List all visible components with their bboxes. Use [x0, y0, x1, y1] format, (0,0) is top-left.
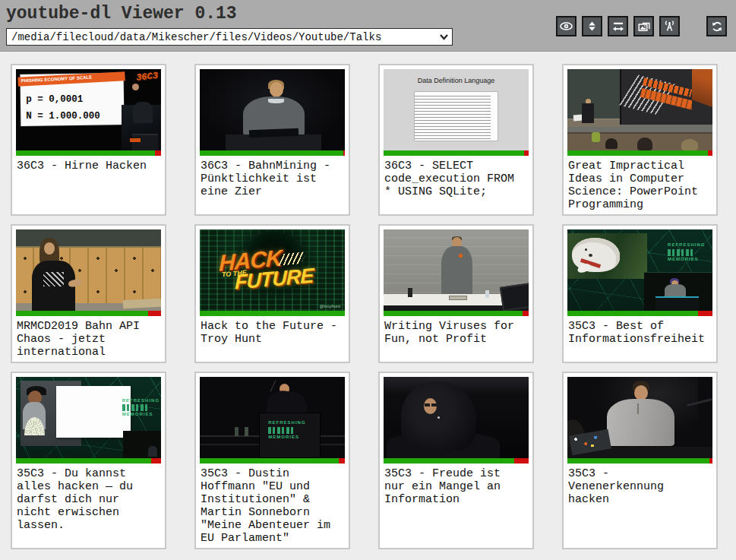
video-thumbnail[interactable]	[384, 377, 529, 458]
video-title: Hack to the Future - Troy Hunt	[196, 316, 349, 349]
video-title: Great Impractical Ideas in Computer Scie…	[564, 156, 716, 214]
video-card[interactable]: REFRESHING MEMORIES 35C3 - Du kannst all…	[11, 372, 166, 549]
path-select[interactable]: /media/filecloud/data/Mikescher/files/Vi…	[6, 28, 453, 46]
thumbnail-mode-button[interactable]	[633, 16, 654, 36]
video-title: 35C3 - Freude ist nur ein Mangel an Info…	[380, 464, 532, 509]
up-down-arrows-icon	[586, 20, 599, 33]
watch-progress-bar	[16, 150, 161, 156]
video-title: 35C3 - Dustin Hoffmann "EU und Instituti…	[196, 464, 349, 548]
credit-text: @troyhunt	[320, 304, 341, 308]
code-block-graphic	[414, 91, 498, 141]
reload-button[interactable]	[706, 16, 727, 36]
video-title: 36C3 - Hirne Hacken	[12, 156, 165, 176]
video-thumbnail[interactable]: REFRESHING MEMORIES	[567, 229, 712, 311]
podium: REFRESHING MEMORIES	[259, 413, 320, 458]
conference-logo: 36C3	[136, 71, 159, 84]
video-card[interactable]: 36C3 - BahnMining - Pünktlichkeit ist ei…	[194, 64, 350, 216]
video-title: 35C3 - Du kannst alles hacken — du darfs…	[12, 464, 165, 535]
video-card[interactable]: Great Impractical Ideas in Computer Scie…	[562, 64, 718, 216]
card-width-button[interactable]	[608, 16, 628, 36]
path-bar: /media/filecloud/data/Mikescher/files/Vi…	[6, 28, 453, 46]
slide-stats-text: p = 0,0001N = 1.000.000	[26, 92, 100, 125]
video-mode-button[interactable]	[659, 16, 680, 36]
watch-progress-bar	[567, 311, 712, 316]
chalkboard	[16, 229, 161, 248]
video-card[interactable]: REFRESHING MEMORIES 35C3 - Best of Infor…	[562, 224, 718, 363]
slide-banner-text: PHISHING ECONOMY OF SCALE	[17, 72, 125, 87]
stage-inset	[123, 431, 161, 458]
video-title: 35C3 - Venenerkennung hacken	[564, 464, 716, 509]
speaker-figure	[634, 385, 648, 400]
video-card[interactable]: HACK TO THE FUTURE @troyhunt Hack to the…	[194, 224, 350, 363]
video-title: Writing Viruses for Fun, not Profit	[380, 316, 532, 349]
video-card[interactable]: 35C3 - Freude ist nur ein Mangel an Info…	[378, 372, 534, 549]
watch-progress-bar	[200, 458, 345, 464]
eye-icon	[559, 19, 573, 33]
video-card[interactable]: MRMCD2019 Bahn API Chaos - jetzt interna…	[11, 224, 166, 363]
app-header: youtube-dl Viewer 0.13 /media/filecloud/…	[0, 0, 736, 52]
video-thumbnail[interactable]: REFRESHING MEMORIES	[16, 377, 161, 458]
refresh-icon	[710, 20, 724, 33]
video-card[interactable]: Writing Viruses for Fun, not Profit	[378, 224, 534, 363]
refreshing-memories-logo: REFRESHING MEMORIES	[122, 398, 160, 418]
video-thumbnail[interactable]: PHISHING ECONOMY OF SCALE p = 0,0001N = …	[16, 69, 161, 150]
watch-progress-bar	[16, 311, 161, 316]
watch-progress-bar	[200, 311, 345, 316]
watch-progress-bar	[16, 458, 161, 464]
podium	[226, 134, 321, 150]
watch-progress-bar	[384, 150, 529, 156]
video-thumbnail[interactable]	[567, 69, 712, 150]
video-card[interactable]: REFRESHING MEMORIES 35C3 - Dustin Hoffma…	[194, 372, 350, 549]
video-card[interactable]: Data Definition Language 36C3 - SELECT c…	[378, 64, 534, 216]
video-grid: PHISHING ECONOMY OF SCALE p = 0,0001N = …	[11, 64, 725, 549]
glasses	[425, 403, 437, 407]
watch-progress-bar	[567, 150, 712, 156]
blank-slide	[56, 386, 130, 438]
video-card[interactable]: PHISHING ECONOMY OF SCALE p = 0,0001N = …	[11, 64, 166, 216]
video-title: 36C3 - SELECT code_execution FROM * USIN…	[380, 156, 532, 201]
video-thumbnail[interactable]	[567, 377, 712, 458]
stage-inset	[644, 272, 712, 311]
watch-progress-bar	[200, 150, 345, 156]
slide-title-text: Data Definition Language	[384, 77, 529, 84]
dog-photo-inset	[567, 233, 647, 279]
video-thumbnail[interactable]	[200, 69, 345, 150]
monitor	[500, 283, 529, 311]
video-thumbnail[interactable]: HACK TO THE FUTURE @troyhunt	[200, 229, 345, 311]
refreshing-memories-logo: REFRESHING MEMORIES	[268, 420, 305, 440]
video-thumbnail[interactable]	[16, 229, 161, 311]
video-title: 35C3 - Best of Informationsfreiheit	[564, 316, 716, 349]
video-thumbnail[interactable]: REFRESHING MEMORIES	[200, 377, 345, 458]
sort-order-button[interactable]	[582, 16, 602, 36]
toolbar	[556, 16, 727, 36]
watch-progress-bar	[384, 458, 529, 464]
refreshing-memories-logo: REFRESHING MEMORIES	[668, 242, 705, 262]
video-thumbnail[interactable]: Data Definition Language	[384, 69, 529, 150]
video-grid-area: PHISHING ECONOMY OF SCALE p = 0,0001N = …	[0, 52, 736, 549]
image-icon	[637, 20, 651, 33]
toolbar-spacer	[685, 26, 701, 27]
video-title: MRMCD2019 Bahn API Chaos - jetzt interna…	[12, 316, 165, 362]
speaker-figure	[132, 84, 139, 90]
antenna-icon	[662, 19, 677, 33]
video-title: 36C3 - BahnMining - Pünktlichkeit ist ei…	[196, 156, 349, 201]
watch-progress-bar	[567, 458, 712, 464]
audience-heads	[605, 138, 618, 149]
width-arrows-icon	[611, 20, 625, 33]
video-thumbnail[interactable]	[384, 229, 529, 311]
video-card[interactable]: 35C3 - Venenerkennung hacken	[562, 372, 718, 549]
display-mode-button[interactable]	[556, 16, 576, 36]
watch-progress-bar	[384, 311, 529, 316]
